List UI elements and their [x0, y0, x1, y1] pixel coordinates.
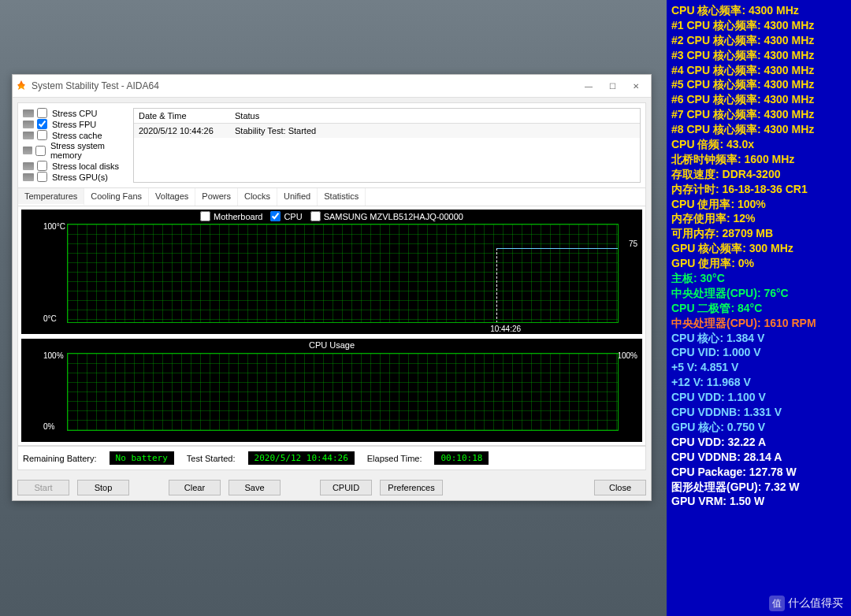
overlay-stat: GPU 核心频率: 300 MHz [671, 241, 846, 256]
started-value: 2020/5/12 10:44:26 [248, 451, 355, 465]
overlay-stat: #5 CPU 核心频率: 4300 MHz [671, 77, 846, 92]
stress-option-5[interactable]: Stress GPU(s) [23, 172, 125, 182]
overlay-stat: CPU VDD: 32.22 A [671, 435, 846, 450]
app-icon [16, 80, 27, 91]
overlay-stat: CPU 核心频率: 4300 MHz [671, 3, 846, 18]
stress-checkbox[interactable] [37, 161, 47, 171]
stress-checkbox[interactable] [35, 146, 46, 156]
stress-checkbox[interactable] [37, 172, 47, 182]
overlay-stat: CPU 倍频: 43.0x [671, 137, 846, 152]
stress-option-0[interactable]: Stress CPU [23, 108, 125, 118]
overlay-stat: GPU 核心: 0.750 V [671, 420, 846, 435]
window-title: System Stability Test - AIDA64 [32, 80, 577, 91]
tab-cooling-fans[interactable]: Cooling Fans [84, 188, 149, 206]
overlay-stat: CPU Package: 127.78 W [671, 465, 846, 480]
battery-label: Remaining Battery: [23, 454, 97, 463]
stress-checkbox[interactable] [37, 130, 47, 140]
temperature-chart: MotherboardCPUSAMSUNG MZVLB512HAJQ-00000… [21, 210, 642, 334]
aida64-window: System Stability Test - AIDA64 — ☐ ✕ Str… [12, 74, 652, 501]
tab-voltages[interactable]: Voltages [149, 188, 195, 206]
stats-overlay: CPU 核心频率: 4300 MHz#1 CPU 核心频率: 4300 MHz#… [667, 0, 851, 616]
stress-option-3[interactable]: Stress system memory [23, 141, 125, 160]
stress-checkbox[interactable] [37, 108, 47, 118]
stress-options: Stress CPU Stress FPU Stress cache Stres… [23, 108, 125, 183]
log-header-status[interactable]: Status [230, 109, 640, 123]
save-button[interactable]: Save [229, 480, 281, 495]
overlay-stat: 图形处理器(GPU): 7.32 W [671, 480, 846, 495]
overlay-stat: GPU VRM: 1.50 W [671, 494, 846, 509]
device-icon [23, 162, 34, 170]
overlay-stat: #8 CPU 核心频率: 4300 MHz [671, 122, 846, 137]
overlay-stat: CPU VDDNB: 1.331 V [671, 405, 846, 420]
close-button[interactable]: Close [594, 480, 646, 495]
preferences-button[interactable]: Preferences [380, 480, 443, 495]
stress-option-1[interactable]: Stress FPU [23, 119, 125, 129]
stress-label: Stress system memory [50, 141, 125, 160]
tab-statistics[interactable]: Statistics [318, 188, 366, 206]
temp-marker-value: 75 [629, 239, 637, 248]
legend-checkbox[interactable] [200, 211, 210, 221]
overlay-stat: CPU 使用率: 100% [671, 197, 846, 212]
legend-item[interactable]: CPU [270, 211, 302, 221]
stress-checkbox[interactable] [37, 119, 47, 129]
watermark-icon: 值 [769, 596, 785, 611]
overlay-stat: 中央处理器(CPU): 1610 RPM [671, 316, 846, 331]
overlay-stat: 主板: 30°C [671, 271, 846, 286]
watermark: 值 什么值得买 [769, 596, 843, 611]
titlebar[interactable]: System Stability Test - AIDA64 — ☐ ✕ [13, 75, 651, 98]
log-row[interactable]: 2020/5/12 10:44:26 Stability Test: Start… [134, 124, 640, 138]
cpuid-button[interactable]: CPUID [320, 480, 372, 495]
stress-label: Stress cache [52, 131, 102, 140]
stress-label: Stress CPU [52, 109, 97, 118]
legend-item[interactable]: SAMSUNG MZVLB512HAJQ-00000 [310, 211, 463, 221]
overlay-stat: CPU VID: 1.000 V [671, 345, 846, 360]
watermark-text: 什么值得买 [788, 596, 843, 610]
start-button[interactable]: Start [17, 480, 69, 495]
overlay-stat: +12 V: 11.968 V [671, 375, 846, 390]
device-icon [23, 109, 34, 117]
legend-item[interactable]: Motherboard [200, 211, 262, 221]
maximize-button[interactable]: ☐ [600, 77, 624, 95]
elapsed-value: 00:10:18 [434, 451, 489, 465]
usage-y-bot: 0% [43, 422, 54, 431]
overlay-stat: #6 CPU 核心频率: 4300 MHz [671, 92, 846, 107]
tab-unified[interactable]: Unified [277, 188, 318, 206]
log-table: Date & Time Status 2020/5/12 10:44:26 St… [133, 108, 641, 183]
tab-powers[interactable]: Powers [195, 188, 238, 206]
stop-button[interactable]: Stop [77, 480, 129, 495]
overlay-stat: #1 CPU 核心频率: 4300 MHz [671, 18, 846, 33]
overlay-stat: CPU 核心: 1.384 V [671, 331, 846, 346]
charts-area: MotherboardCPUSAMSUNG MZVLB512HAJQ-00000… [17, 206, 646, 446]
tab-clocks[interactable]: Clocks [238, 188, 277, 206]
temp-x-label: 10:44:26 [490, 325, 521, 333]
device-icon [23, 132, 34, 139]
cpu-usage-chart: CPU Usage 100% 0% 100% [21, 339, 642, 442]
legend-checkbox[interactable] [310, 211, 321, 221]
overlay-stat: #7 CPU 核心频率: 4300 MHz [671, 107, 846, 122]
overlay-stat: GPU 使用率: 0% [671, 256, 846, 271]
minimize-button[interactable]: — [577, 77, 600, 95]
usage-y-top: 100% [43, 351, 64, 360]
tab-temperatures[interactable]: Temperatures [18, 188, 84, 206]
legend-label: Motherboard [214, 212, 262, 221]
overlay-stat: 存取速度: DDR4-3200 [671, 167, 846, 182]
stress-option-2[interactable]: Stress cache [23, 130, 125, 140]
close-window-button[interactable]: ✕ [624, 77, 648, 95]
device-icon [23, 173, 34, 181]
overlay-stat: 内存计时: 16-18-18-36 CR1 [671, 182, 846, 197]
stress-label: Stress GPU(s) [52, 173, 108, 182]
legend-checkbox[interactable] [270, 211, 281, 221]
clear-button[interactable]: Clear [169, 480, 221, 495]
overlay-stat: 中央处理器(CPU): 76°C [671, 286, 846, 301]
temp-y-bot: 0°C [43, 314, 57, 323]
log-cell-date: 2020/5/12 10:44:26 [134, 124, 230, 138]
stress-label: Stress FPU [52, 120, 96, 129]
usage-chart-title: CPU Usage [21, 340, 642, 350]
legend-label: SAMSUNG MZVLB512HAJQ-00000 [324, 212, 463, 221]
elapsed-label: Elapsed Time: [367, 454, 422, 463]
stress-option-4[interactable]: Stress local disks [23, 161, 125, 171]
started-label: Test Started: [187, 454, 236, 463]
overlay-stat: CPU 二极管: 84°C [671, 301, 846, 316]
overlay-stat: +5 V: 4.851 V [671, 360, 846, 375]
log-header-date[interactable]: Date & Time [134, 109, 230, 123]
